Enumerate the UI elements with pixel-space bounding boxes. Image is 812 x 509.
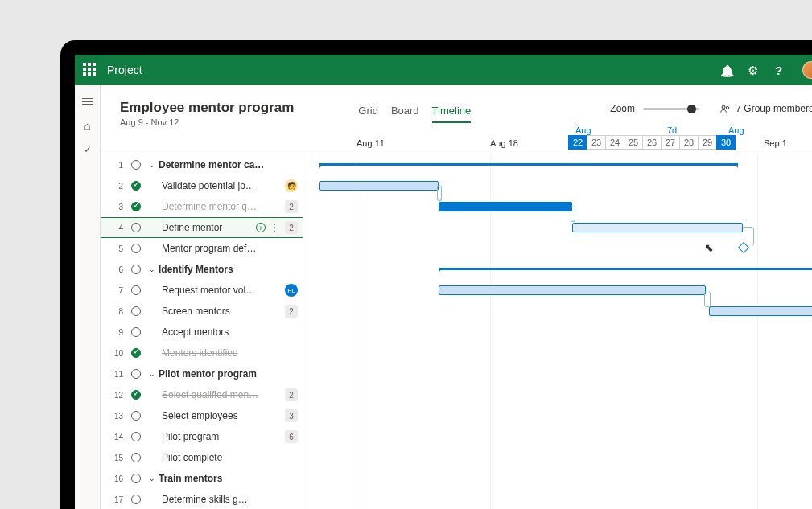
resource-badge[interactable]: 2 [285,388,298,401]
task-row[interactable]: 11⌄Pilot mentor program [101,363,303,384]
complete-toggle[interactable] [131,432,141,441]
tab-timeline[interactable]: Timeline [432,105,472,123]
complete-toggle[interactable] [131,327,141,337]
assignee-avatar[interactable]: 🧑 [285,179,298,192]
complete-toggle[interactable] [131,160,141,170]
expand-icon[interactable]: ⌄ [149,370,155,378]
row-number: 17 [109,495,123,504]
task-name: Define mentor [162,222,256,233]
task-row[interactable]: 16⌄Train mentors [101,468,303,489]
dependency-link [437,185,442,201]
resource-badge[interactable]: FL [285,284,298,297]
ruler-head-label: Aug [728,125,744,135]
resource-badge[interactable]: 6 [285,430,298,443]
complete-toggle[interactable] [131,285,141,295]
complete-toggle[interactable] [131,265,141,274]
date-pill[interactable]: 23 [587,135,606,150]
notifications-icon[interactable] [720,64,733,76]
ruler-date-label: Aug 18 [490,138,518,148]
task-row[interactable]: 8Screen mentors2 [101,301,303,322]
task-row[interactable]: 14Pilot program6 [101,426,303,447]
gantt-bar[interactable] [439,202,572,211]
more-icon[interactable]: ⋮ [269,222,280,233]
complete-toggle[interactable] [131,244,141,253]
task-row[interactable]: 9Accept mentors [101,322,303,343]
row-number: 13 [109,412,123,421]
row-number: 16 [109,474,123,483]
tasks-icon[interactable] [81,143,94,156]
date-pill[interactable]: 26 [642,135,662,150]
gantt-bar[interactable] [572,223,743,232]
complete-toggle[interactable] [131,453,141,462]
tab-board[interactable]: Board [391,105,419,123]
task-name: Determine mentor q… [162,201,285,212]
row-number: 8 [109,307,123,316]
help-icon[interactable] [775,64,788,76]
gantt-bar[interactable] [709,306,812,316]
zoom-control[interactable]: Zoom [610,103,699,114]
task-row[interactable]: 4Define mentori⋮2 [101,217,303,238]
complete-toggle[interactable] [131,369,141,379]
app-title: Project [107,64,142,76]
task-row[interactable]: 2Validate potential jo…🧑 [101,175,303,196]
date-pill[interactable]: 29 [698,135,717,150]
app-launcher-icon[interactable] [83,63,97,77]
date-pill[interactable]: 30 [716,135,736,150]
task-row[interactable]: 1⌄Determine mentor ca… [101,154,303,175]
task-name: Mentor program def… [162,243,303,254]
date-pill[interactable]: 22 [568,135,587,150]
task-row[interactable]: 5Mentor program def… [101,238,303,259]
row-number: 2 [109,182,123,191]
complete-toggle[interactable] [131,181,141,191]
complete-toggle[interactable] [131,495,141,504]
gantt-chart[interactable]: ⬉ [303,154,812,509]
expand-icon[interactable]: ⌄ [149,265,155,273]
complete-toggle[interactable] [131,474,141,483]
task-row[interactable]: 6⌄Identify Mentors [101,259,303,280]
settings-icon[interactable] [748,64,760,76]
resource-badge[interactable]: 3 [285,409,298,422]
svg-point-0 [722,105,725,109]
task-row[interactable]: 13Select employees3 [101,405,303,426]
task-name: Determine mentor ca… [159,159,303,170]
group-members-button[interactable]: 7 Group members [720,103,812,114]
complete-toggle[interactable] [131,348,141,358]
row-number: 4 [109,224,123,232]
task-name: Identify Mentors [159,264,303,275]
tab-grid[interactable]: Grid [358,105,378,123]
resource-badge[interactable]: 2 [285,221,298,234]
expand-icon[interactable]: ⌄ [149,161,155,169]
gantt-bar[interactable] [319,181,439,191]
menu-icon[interactable] [81,95,94,108]
info-icon[interactable]: i [256,223,266,232]
resource-badge[interactable]: 2 [285,200,298,213]
complete-toggle[interactable] [131,411,141,421]
user-avatar[interactable] [802,61,812,79]
task-row[interactable]: 15Pilot complete [101,447,303,468]
complete-toggle[interactable] [131,306,141,316]
date-pill[interactable]: 24 [605,135,624,150]
task-row[interactable]: 3Determine mentor q…2 [101,196,303,217]
date-pill[interactable]: 25 [624,135,643,150]
task-row[interactable]: 10Mentors identified [101,343,303,363]
ruler-head-label: 7d [667,125,677,135]
home-icon[interactable] [81,119,94,132]
topbar: Project [75,55,812,85]
gantt-bar[interactable] [439,268,812,270]
task-name: Validate potential jo… [162,180,285,191]
complete-toggle[interactable] [131,223,141,232]
zoom-slider[interactable] [643,108,699,110]
task-row[interactable]: 12Select qualified men…2 [101,384,303,405]
complete-toggle[interactable] [131,202,141,211]
row-number: 14 [109,433,123,441]
task-row[interactable]: 17Determine skills g… [101,489,303,509]
date-pill[interactable]: 27 [661,135,680,150]
gantt-bar[interactable] [439,285,706,295]
task-row[interactable]: 7Request mentor vol…FL [101,280,303,301]
expand-icon[interactable]: ⌄ [149,474,155,482]
resource-badge[interactable]: 2 [285,305,298,318]
ruler-date-label: Aug 11 [357,138,385,148]
complete-toggle[interactable] [131,390,141,400]
date-pill[interactable]: 28 [679,135,699,150]
gantt-bar[interactable] [319,163,738,166]
